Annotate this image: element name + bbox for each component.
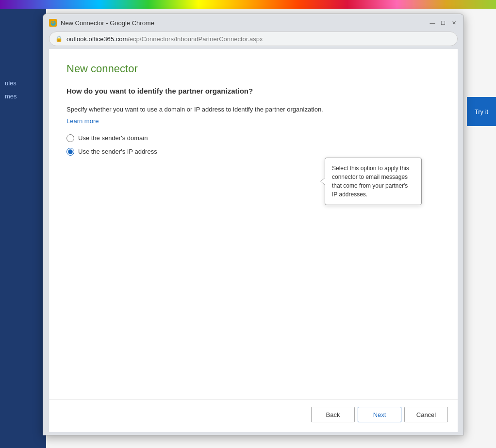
left-sidebar: ules mes [0, 9, 46, 448]
sidebar-nav-rules[interactable]: ules [0, 77, 46, 90]
tooltip-box: Select this option to apply this connect… [325, 158, 422, 205]
radio-option-domain[interactable]: Use the sender's domain [66, 134, 440, 142]
radio-domain-label: Use the sender's domain [78, 134, 148, 142]
dialog-description: Specify whether you want to use a domain… [66, 105, 440, 114]
chrome-controls: — ☐ ✕ [429, 19, 458, 27]
learn-more-link[interactable]: Learn more [66, 117, 99, 125]
radio-ip-label: Use the sender's IP address [78, 148, 157, 155]
back-button[interactable]: Back [311, 407, 355, 422]
svg-text:🌐: 🌐 [50, 20, 56, 26]
chrome-title: New Connector - Google Chrome [61, 19, 425, 27]
page-icon: 🌐 [50, 19, 56, 26]
cancel-button[interactable]: Cancel [404, 407, 448, 422]
close-button[interactable]: ✕ [450, 19, 458, 27]
sidebar-nav: ules mes [0, 77, 46, 103]
dialog-footer: Back Next Cancel [49, 400, 458, 429]
address-text: outlook.office365.com/ecp/Connectors/Inb… [66, 35, 263, 43]
chrome-titlebar: 🌐 New Connector - Google Chrome — ☐ ✕ [43, 14, 463, 32]
address-path: /ecp/Connectors/InboundPartnerConnector.… [128, 35, 263, 43]
radio-domain-input[interactable] [66, 134, 74, 142]
next-button[interactable]: Next [358, 407, 401, 422]
lock-icon: 🔒 [55, 35, 63, 42]
chrome-addressbar[interactable]: 🔒 outlook.office365.com/ecp/Connectors/I… [49, 32, 458, 46]
address-domain: outlook.office365.com [66, 35, 128, 43]
dialog-content: New connector How do you want to identif… [49, 49, 458, 432]
top-color-bar [0, 0, 496, 9]
radio-group: Use the sender's domain Use the sender's… [66, 134, 440, 156]
bg-try-button[interactable]: Try it [467, 97, 496, 126]
maximize-button[interactable]: ☐ [439, 19, 447, 27]
radio-option-ip[interactable]: Use the sender's IP address [66, 148, 440, 156]
chrome-favicon: 🌐 [49, 19, 57, 27]
tooltip-arrow-inner [321, 178, 325, 185]
dialog-title: New connector [66, 63, 440, 75]
minimize-button[interactable]: — [429, 19, 436, 27]
tooltip-text: Select this option to apply this connect… [332, 165, 409, 198]
radio-ip-input[interactable] [66, 148, 74, 156]
sidebar-nav-messages[interactable]: mes [0, 90, 46, 103]
tooltip-arrow [320, 177, 325, 185]
chrome-window: 🌐 New Connector - Google Chrome — ☐ ✕ 🔒 … [43, 14, 464, 435]
dialog-question: How do you want to identify the partner … [66, 87, 440, 95]
